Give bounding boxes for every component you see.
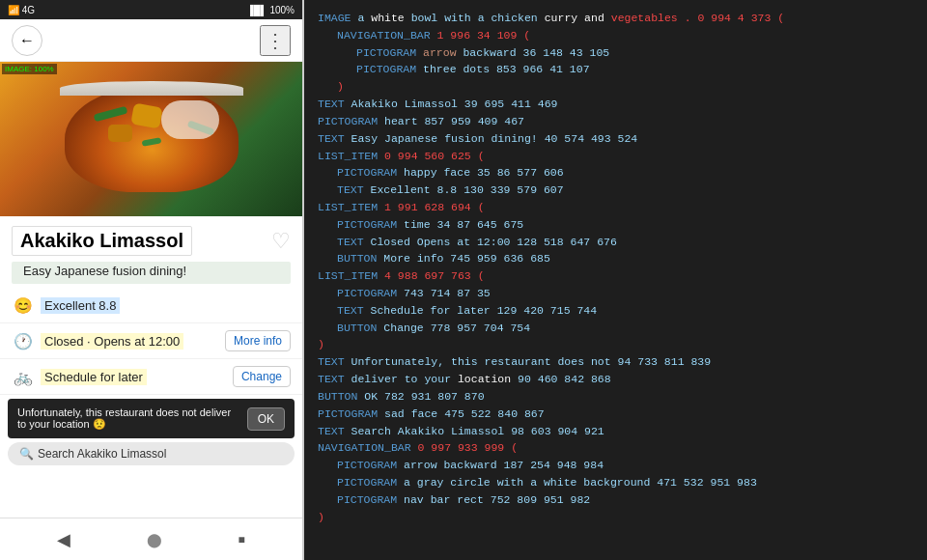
- code-line: PICTOGRAM time 34 87 645 675: [318, 216, 913, 234]
- heart-icon[interactable]: ♡: [271, 229, 291, 254]
- restaurant-name: Akakiko Limassol: [20, 230, 183, 251]
- code-line: TEXT deliver to your location 90 460 842…: [318, 371, 913, 388]
- delivery-list-item: 🚲 Schedule for later Change: [0, 359, 302, 395]
- more-options-button[interactable]: ⋮: [260, 25, 291, 56]
- image-label: IMAGE: 100%: [2, 64, 57, 74]
- code-line: BUTTON More info 745 959 636 685: [318, 250, 913, 267]
- code-line: TEXT Closed Opens at 12:00 128 518 647 6…: [318, 234, 913, 251]
- nav-circle-icon[interactable]: ⬤: [147, 532, 162, 547]
- mobile-panel: 📶 4G ▐█▌ 100% ← ⋮ IMAGE: 100%: [0, 0, 304, 560]
- status-right: ▐█▌ 100%: [246, 5, 295, 15]
- back-button[interactable]: ←: [12, 25, 42, 56]
- warning-text: Unfortunately, this restaurant does not …: [17, 406, 239, 431]
- code-line: PICTOGRAM heart 857 959 409 467: [318, 113, 913, 130]
- rating-list-item: 😊 Excellent 8.8: [0, 288, 302, 323]
- code-line: ): [318, 78, 913, 96]
- code-line: TEXT Akakiko Limassol 39 695 411 469: [318, 96, 913, 113]
- rating-text: Excellent 8.8: [41, 297, 120, 314]
- code-line: ): [318, 509, 913, 526]
- change-button[interactable]: Change: [233, 366, 291, 387]
- code-line: LIST_ITEM 4 988 697 763 (: [318, 267, 913, 285]
- code-line: TEXT Excellent 8.8 130 339 579 607: [318, 182, 913, 199]
- code-line: PICTOGRAM a gray circle with a white bac…: [318, 474, 913, 491]
- code-line: ): [318, 336, 913, 353]
- nav-bar-top: ← ⋮: [0, 19, 302, 62]
- code-panel: IMAGE a white bowl with a chicken curry …: [304, 0, 927, 560]
- code-line: PICTOGRAM 743 714 87 35: [318, 285, 913, 302]
- delivery-text: Schedule for later: [41, 369, 147, 385]
- code-line: LIST_ITEM 0 994 560 625 (: [318, 148, 913, 165]
- more-info-button[interactable]: More info: [225, 330, 291, 351]
- status-left: 📶 4G: [8, 5, 35, 15]
- happy-face-icon: 😊: [12, 294, 35, 317]
- search-icon: 🔍: [19, 447, 34, 461]
- code-line: NAVIGATION_BAR 0 997 933 999 (: [318, 439, 913, 457]
- code-line: PICTOGRAM arrow backward 187 254 948 984: [318, 457, 913, 474]
- code-line: PICTOGRAM nav bar rect 752 809 951 982: [318, 491, 913, 509]
- code-line: NAVIGATION_BAR 1 996 34 109 (: [318, 27, 913, 44]
- content-area: Akakiko Limassol ♡ Easy Japanese fusion …: [0, 216, 302, 465]
- restaurant-header: Akakiko Limassol ♡: [0, 216, 302, 262]
- delivery-icon: 🚲: [12, 365, 35, 388]
- hours-list-item: 🕐 Closed · Opens at 12:00 More info: [0, 323, 302, 359]
- search-bar[interactable]: 🔍 Search Akakiko Limassol: [8, 442, 295, 465]
- closed-text: Closed · Opens at 12:00: [41, 333, 183, 350]
- code-line: TEXT Unfortunately, this restaurant does…: [318, 353, 913, 371]
- time-icon: 🕐: [12, 329, 35, 352]
- food-image: IMAGE: 100%: [0, 62, 302, 216]
- status-bar: 📶 4G ▐█▌ 100%: [0, 0, 302, 19]
- code-line: BUTTON Change 778 957 704 754: [318, 320, 913, 337]
- search-text: Search Akakiko Limassol: [38, 447, 166, 461]
- code-line: LIST_ITEM 1 991 628 694 (: [318, 199, 913, 216]
- code-line: TEXT Schedule for later 129 420 715 744: [318, 302, 913, 320]
- code-line: IMAGE a white bowl with a chicken curry …: [318, 10, 913, 27]
- code-line: PICTOGRAM happy face 35 86 577 606: [318, 164, 913, 182]
- restaurant-tagline: Easy Japanese fusion dining!: [12, 262, 291, 284]
- code-line: PICTOGRAM three dots 853 966 41 107: [318, 61, 913, 78]
- warning-box: Unfortunately, this restaurant does not …: [8, 399, 295, 438]
- code-line: PICTOGRAM arrow backward 36 148 43 105: [318, 44, 913, 62]
- nav-square-icon[interactable]: ■: [238, 533, 244, 546]
- code-line: TEXT Search Akakiko Limassol 98 603 904 …: [318, 423, 913, 440]
- code-line: TEXT Easy Japanese fusion dining! 40 574…: [318, 130, 913, 148]
- nav-back-icon[interactable]: ◀: [57, 529, 70, 550]
- code-line: BUTTON OK 782 931 807 870: [318, 388, 913, 406]
- code-line: PICTOGRAM sad face 475 522 840 867: [318, 406, 913, 423]
- ok-button[interactable]: OK: [247, 407, 285, 431]
- nav-bar-bottom: ◀ ⬤ ■: [0, 518, 302, 560]
